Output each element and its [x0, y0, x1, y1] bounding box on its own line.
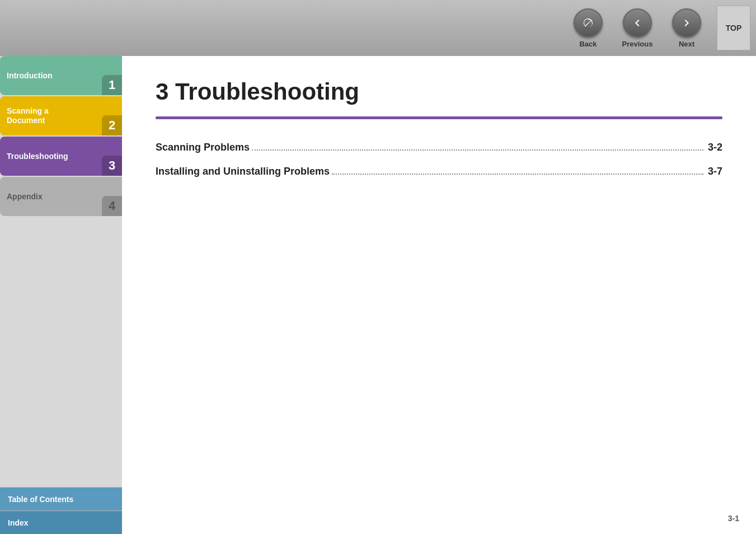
previous-label: Previous	[622, 40, 653, 48]
install-problems-label: Installing and Uninstalling Problems	[156, 166, 330, 177]
sidebar: Introduction 1 Scanning aDocument 2 Trou…	[0, 56, 122, 534]
scanning-problems-page: 3-2	[708, 142, 722, 153]
chapter-title: Troubleshooting	[175, 78, 359, 105]
sidebar-appendix-number: 4	[102, 196, 122, 216]
sidebar-scanning-number: 2	[102, 115, 122, 135]
back-button[interactable]: Back	[566, 8, 611, 48]
install-problems-dots	[332, 174, 703, 175]
sidebar-introduction-number: 1	[102, 75, 122, 95]
previous-button[interactable]: Previous	[615, 8, 660, 48]
index-button[interactable]: Index	[0, 510, 122, 534]
sidebar-item-troubleshooting[interactable]: Troubleshooting 3	[0, 137, 122, 176]
scanning-problems-label: Scanning Problems	[156, 142, 250, 153]
sidebar-introduction-label: Introduction	[7, 71, 53, 81]
sidebar-troubleshooting-number: 3	[102, 156, 122, 176]
page-title: 3 Troubleshooting	[156, 78, 722, 105]
sidebar-appendix-label: Appendix	[7, 192, 43, 202]
content-area: 3 Troubleshooting Scanning Problems 3-2 …	[122, 56, 756, 534]
main-layout: Introduction 1 Scanning aDocument 2 Trou…	[0, 56, 756, 534]
toc-label: Table of Contents	[8, 495, 73, 504]
toc-entry-install-problems[interactable]: Installing and Uninstalling Problems 3-7	[156, 166, 722, 177]
next-button[interactable]: Next	[664, 8, 709, 48]
next-label: Next	[679, 40, 694, 48]
sidebar-item-introduction[interactable]: Introduction 1	[0, 56, 122, 95]
sidebar-item-scanning[interactable]: Scanning aDocument 2	[0, 96, 122, 135]
sidebar-item-appendix[interactable]: Appendix 4	[0, 177, 122, 216]
top-button[interactable]: TOP	[717, 6, 750, 50]
install-problems-page: 3-7	[708, 166, 722, 177]
page-number: 3-1	[728, 514, 739, 523]
index-label: Index	[8, 518, 29, 527]
top-bar: Back Previous Next TOP	[0, 0, 756, 56]
table-of-contents-button[interactable]: Table of Contents	[0, 487, 122, 510]
toc-entry-scanning-problems[interactable]: Scanning Problems 3-2	[156, 142, 722, 153]
sidebar-troubleshooting-label: Troubleshooting	[7, 152, 68, 161]
sidebar-bottom: Table of Contents Index	[0, 487, 122, 534]
back-label: Back	[579, 40, 597, 48]
scanning-problems-dots	[252, 149, 703, 151]
top-label: TOP	[726, 24, 742, 32]
chapter-number: 3	[156, 78, 175, 105]
sidebar-scanning-label: Scanning aDocument	[7, 106, 49, 125]
sidebar-nav: Introduction 1 Scanning aDocument 2 Trou…	[0, 56, 122, 487]
purple-divider	[156, 116, 722, 119]
